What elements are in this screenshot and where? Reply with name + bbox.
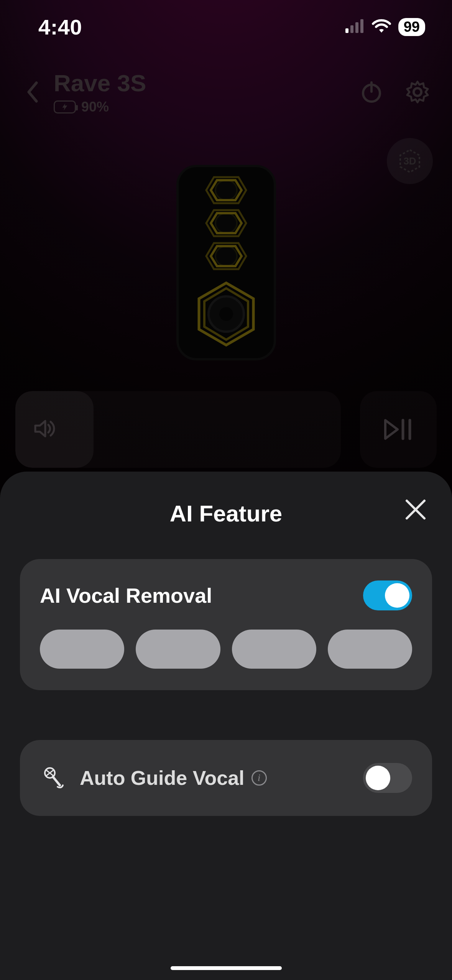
toggle-knob [385,583,409,608]
vocal-removal-levels [40,630,412,669]
level-option-3[interactable] [232,630,316,669]
status-time: 4:40 [38,15,82,39]
cellular-icon [345,19,365,35]
sheet-header: AI Feature [0,492,452,534]
auto-guide-toggle[interactable] [363,763,412,793]
svg-rect-2 [355,22,358,33]
status-right: 99 [345,18,425,36]
level-option-4[interactable] [328,630,412,669]
level-option-1[interactable] [40,630,124,669]
ai-feature-sheet: AI Feature AI Vocal Removal [0,472,452,980]
svg-rect-1 [350,25,353,33]
auto-guide-label-row: Auto Guide Vocal i [80,766,267,789]
microphone-icon [40,765,67,791]
wifi-icon [371,19,391,35]
sheet-title: AI Feature [170,500,282,527]
vocal-removal-label: AI Vocal Removal [40,584,212,607]
home-indicator[interactable] [171,966,282,970]
toggle-knob [366,766,390,790]
svg-rect-0 [345,28,348,33]
svg-rect-3 [360,19,363,33]
status-bar: 4:40 99 [0,0,452,54]
vocal-removal-card: AI Vocal Removal [20,559,432,690]
auto-guide-label: Auto Guide Vocal [80,766,245,789]
auto-guide-card: Auto Guide Vocal i [20,740,432,816]
vocal-removal-toggle[interactable] [363,580,412,610]
close-button[interactable] [401,495,431,525]
battery-pill: 99 [398,18,425,36]
info-icon[interactable]: i [251,770,267,786]
level-option-2[interactable] [136,630,220,669]
